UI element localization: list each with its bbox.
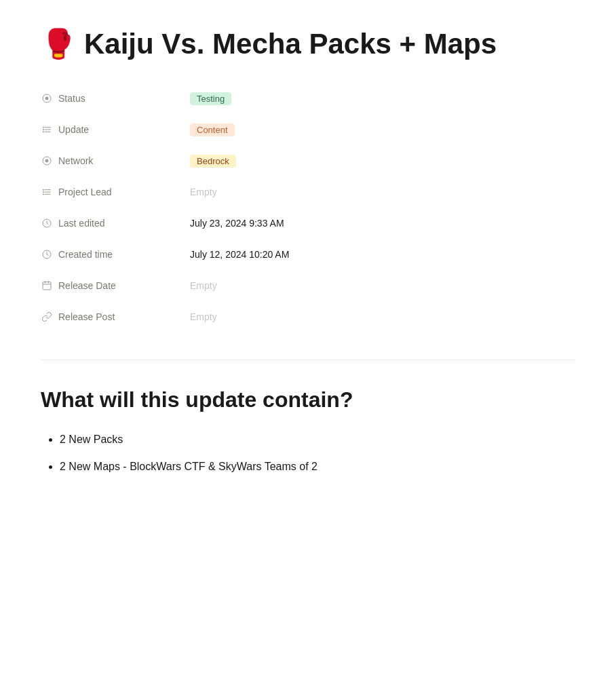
property-label-text-created-time: Created time xyxy=(58,249,113,260)
property-value-status[interactable]: Testing xyxy=(190,92,575,105)
link-icon xyxy=(41,311,53,323)
list-lines-icon xyxy=(41,186,53,198)
section-heading: What will this update contain? xyxy=(41,387,575,412)
body-section: What will this update contain? 2 New Pac… xyxy=(41,387,575,475)
property-row-last-edited[interactable]: Last editedJuly 23, 2024 9:33 AM xyxy=(41,208,575,239)
bullet-item-1: 2 New Maps - BlockWars CTF & SkyWars Tea… xyxy=(60,459,575,475)
property-label-project-lead: Project Lead xyxy=(41,186,190,198)
svg-point-15 xyxy=(43,194,43,195)
svg-point-5 xyxy=(43,127,43,128)
svg-point-7 xyxy=(43,132,43,132)
property-row-network[interactable]: NetworkBedrock xyxy=(41,145,575,176)
property-value-created-time[interactable]: July 12, 2024 10:20 AM xyxy=(190,249,575,260)
property-value-project-lead[interactable]: Empty xyxy=(190,187,575,197)
list-lines-icon xyxy=(41,123,53,136)
property-row-created-time[interactable]: Created timeJuly 12, 2024 10:20 AM xyxy=(41,239,575,270)
section-divider xyxy=(41,360,575,360)
property-label-text-release-date: Release Date xyxy=(58,280,116,291)
svg-point-1 xyxy=(45,97,48,100)
bullet-list: 2 New Packs2 New Maps - BlockWars CTF & … xyxy=(41,431,575,475)
title-emoji: 🥊 xyxy=(41,27,76,61)
property-label-status: Status xyxy=(41,92,190,104)
circle-dot-icon xyxy=(41,155,53,167)
property-label-release-date: Release Date xyxy=(41,280,190,292)
property-value-last-edited[interactable]: July 23, 2024 9:33 AM xyxy=(190,218,575,229)
property-label-text-network: Network xyxy=(58,155,93,166)
property-row-update[interactable]: UpdateContent xyxy=(41,114,575,145)
clock-icon xyxy=(41,217,53,229)
properties-section: StatusTesting UpdateContent NetworkBedro… xyxy=(41,83,575,332)
property-label-last-edited: Last edited xyxy=(41,217,190,229)
svg-point-14 xyxy=(43,192,43,193)
svg-point-13 xyxy=(43,189,43,190)
property-label-network: Network xyxy=(41,155,190,167)
property-label-created-time: Created time xyxy=(41,248,190,261)
property-badge-network[interactable]: Bedrock xyxy=(190,155,236,168)
property-label-release-post: Release Post xyxy=(41,311,190,323)
property-label-text-status: Status xyxy=(58,93,85,104)
svg-rect-18 xyxy=(43,282,51,290)
property-value-network[interactable]: Bedrock xyxy=(190,155,575,168)
property-label-text-last-edited: Last edited xyxy=(58,218,105,229)
page-title: 🥊 Kaiju Vs. Mecha Packs + Maps xyxy=(41,27,575,61)
property-label-update: Update xyxy=(41,123,190,136)
property-label-text-update: Update xyxy=(58,124,89,135)
title-text: Kaiju Vs. Mecha Packs + Maps xyxy=(84,27,497,61)
property-value-release-post[interactable]: Empty xyxy=(190,311,575,322)
bullet-item-0: 2 New Packs xyxy=(60,431,575,448)
circle-dot-icon xyxy=(41,92,53,104)
property-row-project-lead[interactable]: Project LeadEmpty xyxy=(41,176,575,208)
property-value-update[interactable]: Content xyxy=(190,123,575,136)
property-row-release-post[interactable]: Release PostEmpty xyxy=(41,301,575,332)
property-label-text-project-lead: Project Lead xyxy=(58,187,112,197)
property-badge-update[interactable]: Content xyxy=(190,123,235,136)
property-row-status[interactable]: StatusTesting xyxy=(41,83,575,114)
property-row-release-date[interactable]: Release DateEmpty xyxy=(41,270,575,301)
property-label-text-release-post: Release Post xyxy=(58,311,115,322)
calendar-icon xyxy=(41,280,53,292)
property-value-release-date[interactable]: Empty xyxy=(190,280,575,291)
svg-point-6 xyxy=(43,130,43,130)
property-badge-status[interactable]: Testing xyxy=(190,92,231,105)
svg-point-9 xyxy=(45,159,48,162)
clock-icon xyxy=(41,248,53,261)
